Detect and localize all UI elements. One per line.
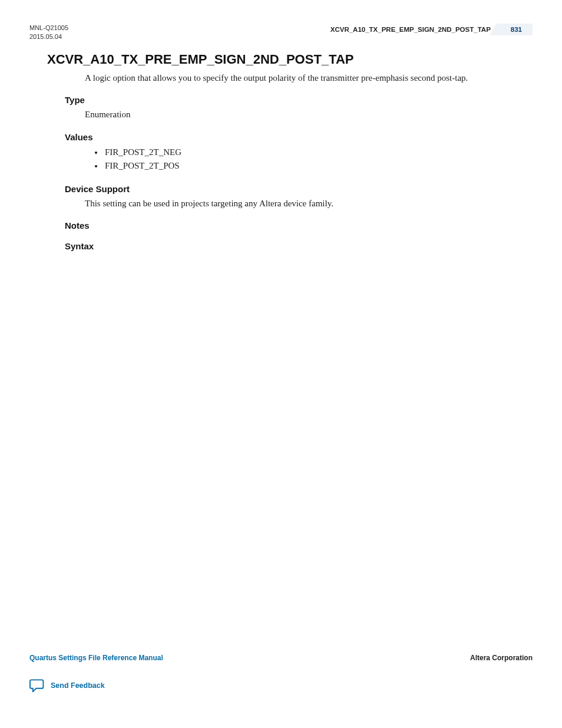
header-right: XCVR_A10_TX_PRE_EMP_SIGN_2ND_POST_TAP 83… [330, 24, 533, 35]
section-heading-notes: Notes [65, 220, 533, 230]
document-date: 2015.05.04 [29, 32, 68, 41]
list-item: FIR_POST_2T_NEG [104, 146, 533, 159]
section-heading-values: Values [65, 132, 533, 142]
section-body-device-support: This setting can be used in projects tar… [85, 197, 533, 210]
send-feedback[interactable]: Send Feedback [29, 678, 533, 693]
document-page: MNL-Q21005 2015.05.04 XCVR_A10_TX_PRE_EM… [0, 0, 562, 728]
intro-paragraph: A logic option that allows you to specif… [85, 72, 533, 85]
page-title: XCVR_A10_TX_PRE_EMP_SIGN_2ND_POST_TAP [47, 52, 533, 67]
section-body-type: Enumeration [85, 108, 533, 121]
speech-bubble-icon [29, 678, 45, 693]
values-list: FIR_POST_2T_NEG FIR_POST_2T_POS [93, 146, 533, 173]
list-item: FIR_POST_2T_POS [104, 159, 533, 173]
company-name: Altera Corporation [470, 654, 533, 662]
header-meta: MNL-Q21005 2015.05.04 [29, 24, 68, 41]
footer-top: Quartus Settings File Reference Manual A… [29, 654, 533, 662]
page-header: MNL-Q21005 2015.05.04 XCVR_A10_TX_PRE_EM… [29, 24, 533, 41]
section-heading-syntax: Syntax [65, 241, 533, 251]
send-feedback-label: Send Feedback [51, 681, 105, 690]
running-title: XCVR_A10_TX_PRE_EMP_SIGN_2ND_POST_TAP [330, 26, 499, 33]
page-number: 831 [511, 26, 522, 33]
page-number-tab: 831 [499, 24, 533, 35]
section-heading-type: Type [65, 95, 533, 105]
page-footer: Quartus Settings File Reference Manual A… [29, 654, 533, 693]
document-id: MNL-Q21005 [29, 24, 68, 32]
manual-link[interactable]: Quartus Settings File Reference Manual [29, 654, 163, 662]
section-heading-device-support: Device Support [65, 184, 533, 194]
